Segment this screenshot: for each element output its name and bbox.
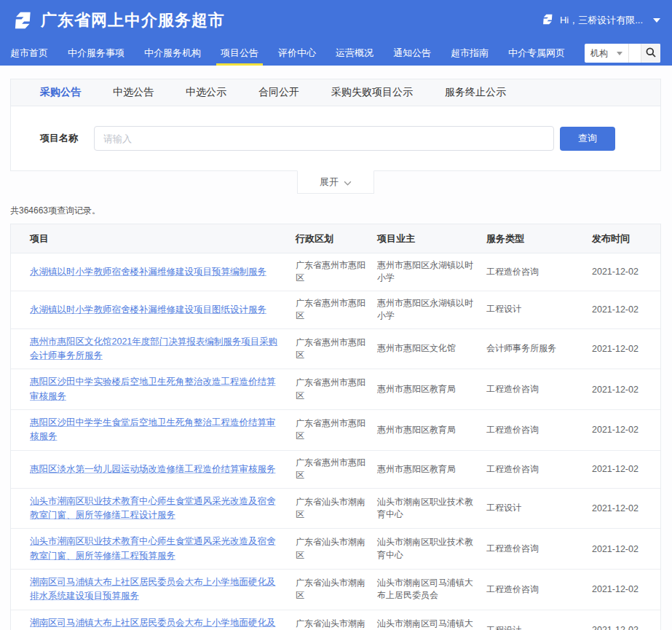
nav-search-button[interactable] <box>641 44 660 63</box>
owner-cell: 汕头市潮南区司马浦镇大布上居民委员会 <box>377 618 486 630</box>
region-cell: 广东省汕头市潮南区 <box>296 536 377 562</box>
search-icon <box>645 47 657 60</box>
project-cell: 潮南区司马浦镇大布上社区居民委员会大布上小学地面硬化及排水系统建设项目预算服务 <box>30 575 296 604</box>
project-link[interactable]: 惠阳区沙田中学实验楼后空地卫生死角整治改造工程造价结算审核服务 <box>30 375 296 403</box>
project-link[interactable]: 潮南区司马浦镇大布上社区居民委员会大布上小学地面硬化及排水系统建设项目施工图纸设… <box>30 616 296 630</box>
column-header-1: 行政区划 <box>296 232 377 245</box>
table-row: 汕头市潮南区职业技术教育中心师生食堂通风采光改造及宿舍教室门窗、厕所等修缮工程设… <box>11 489 660 529</box>
results-table: 项目行政区划项目业主服务类型发布时间 永湖镇以时小学教师宿舍楼补漏维修建设项目预… <box>10 224 661 630</box>
column-header-0: 项目 <box>30 232 296 245</box>
tab-5[interactable]: 服务终止公示 <box>445 86 506 99</box>
project-cell: 潮南区司马浦镇大布上社区居民委员会大布上小学地面硬化及排水系统建设项目施工图纸设… <box>30 616 296 630</box>
project-cell: 汕头市潮南区职业技术教育中心师生食堂通风采光改造及宿舍教室门窗、厕所等修缮工程预… <box>30 535 296 563</box>
user-greeting: Hi，三桥设计有限... <box>560 14 643 27</box>
project-link[interactable]: 永湖镇以时小学教师宿舍楼补漏维修建设项目预算编制服务 <box>30 265 278 279</box>
publish-date-cell: 2021-12-02 <box>592 385 655 395</box>
region-cell: 广东省惠州市惠阳区 <box>296 297 377 323</box>
nav-item-0[interactable]: 超市首页 <box>10 41 48 66</box>
project-link[interactable]: 永湖镇以时小学教师宿舍楼补漏维修建设项目图纸设计服务 <box>30 303 278 317</box>
main-content: 采购公告中选公告中选公示合同公开采购失败项目公示服务终止公示 项目名称 查询 展… <box>0 79 672 630</box>
project-cell: 永湖镇以时小学教师宿舍楼补漏维修建设项目预算编制服务 <box>30 264 296 279</box>
tab-3[interactable]: 合同公开 <box>258 86 299 99</box>
region-cell: 广东省惠州市惠阳区 <box>296 377 377 402</box>
nav-item-7[interactable]: 超市指南 <box>451 41 489 66</box>
region-cell: 广东省惠州市惠阳区 <box>296 259 377 285</box>
owner-cell: 汕头市潮南区司马浦镇大布上居民委员会 <box>377 577 486 602</box>
chevron-down-icon <box>344 177 352 188</box>
tab-4[interactable]: 采购失败项目公示 <box>331 86 413 99</box>
table-body: 永湖镇以时小学教师宿舍楼补漏维修建设项目预算编制服务广东省惠州市惠阳区惠州市惠阳… <box>11 253 660 630</box>
publish-date-cell: 2021-12-02 <box>592 584 655 594</box>
result-count-text: 共364663项查询记录。 <box>10 205 661 217</box>
nav-item-3[interactable]: 项目公告 <box>221 41 258 66</box>
nav-item-4[interactable]: 评价中心 <box>278 41 316 66</box>
project-cell: 永湖镇以时小学教师宿舍楼补漏维修建设项目图纸设计服务 <box>30 302 296 317</box>
nav-item-5[interactable]: 运营概况 <box>336 41 373 66</box>
user-menu[interactable]: Hi，三桥设计有限... <box>540 12 660 28</box>
project-cell: 惠阳区沙田中学实验楼后空地卫生死角整治改造工程造价结算审核服务 <box>30 375 296 403</box>
project-link[interactable]: 潮南区司马浦镇大布上社区居民委员会大布上小学地面硬化及排水系统建设项目预算服务 <box>30 575 296 604</box>
project-link[interactable]: 惠州市惠阳区文化馆2021年度部门决算报表编制服务项目采购会计师事务所服务 <box>30 335 296 363</box>
owner-cell: 汕头市潮南区职业技术教育中心 <box>377 496 486 521</box>
service-type-cell: 工程造价咨询 <box>486 463 592 476</box>
expand-button[interactable]: 展开 <box>297 170 374 194</box>
publish-date-cell: 2021-12-02 <box>592 544 655 554</box>
table-row: 惠阳区淡水第一幼儿园运动场改造修缮工程造价结算审核服务广东省惠州市惠阳区惠州市惠… <box>11 451 660 489</box>
project-link[interactable]: 汕头市潮南区职业技术教育中心师生食堂通风采光改造及宿舍教室门窗、厕所等修缮工程预… <box>30 535 296 563</box>
notice-tabs: 采购公告中选公告中选公示合同公开采购失败项目公示服务终止公示 <box>11 79 660 106</box>
owner-cell: 惠州市惠阳区永湖镇以时小学 <box>377 259 486 285</box>
table-row: 汕头市潮南区职业技术教育中心师生食堂通风采光改造及宿舍教室门窗、厕所等修缮工程预… <box>11 529 660 570</box>
owner-cell: 惠州市惠阳区永湖镇以时小学 <box>377 297 486 323</box>
publish-date-cell: 2021-12-02 <box>592 425 655 435</box>
nav-search-input[interactable] <box>629 44 641 63</box>
service-type-cell: 工程造价咨询 <box>486 424 592 436</box>
nav-item-2[interactable]: 中介服务机构 <box>144 41 201 66</box>
project-cell: 惠阳区沙田中学学生食堂后空地卫生死角整治工程造价结算审核服务 <box>30 416 296 444</box>
project-name-label: 项目名称 <box>40 132 78 145</box>
region-cell: 广东省惠州市惠阳区 <box>296 457 377 482</box>
service-type-cell: 工程设计 <box>486 502 592 514</box>
table-row: 永湖镇以时小学教师宿舍楼补漏维修建设项目预算编制服务广东省惠州市惠阳区惠州市惠阳… <box>11 253 660 291</box>
expand-label: 展开 <box>320 176 339 189</box>
project-name-input[interactable] <box>94 126 554 151</box>
search-category-select[interactable]: 机构 <box>585 44 629 63</box>
region-cell: 广东省汕头市潮南区 <box>296 577 377 602</box>
table-row: 永湖镇以时小学教师宿舍楼补漏维修建设项目图纸设计服务广东省惠州市惠阳区惠州市惠阳… <box>11 291 660 329</box>
owner-cell: 惠州市惠阳区文化馆 <box>377 342 486 355</box>
publish-date-cell: 2021-12-02 <box>592 503 655 513</box>
site-logo-icon <box>10 9 33 32</box>
nav-item-6[interactable]: 通知公告 <box>393 41 431 66</box>
project-cell: 惠阳区淡水第一幼儿园运动场改造修缮工程造价结算审核服务 <box>30 462 296 476</box>
owner-cell: 惠州市惠阳区教育局 <box>377 424 486 436</box>
table-row: 惠州市惠阳区文化馆2021年度部门决算报表编制服务项目采购会计师事务所服务广东省… <box>11 329 660 370</box>
project-link[interactable]: 惠阳区淡水第一幼儿园运动场改造修缮工程造价结算审核服务 <box>30 462 288 476</box>
project-cell: 惠州市惠阳区文化馆2021年度部门决算报表编制服务项目采购会计师事务所服务 <box>30 335 296 363</box>
chevron-down-icon <box>617 52 622 55</box>
expand-wrap: 展开 <box>10 171 661 194</box>
owner-cell: 惠州市惠阳区教育局 <box>377 463 486 476</box>
owner-cell: 惠州市惠阳区教育局 <box>377 383 486 395</box>
region-cell: 广东省惠州市惠阳区 <box>296 417 377 443</box>
nav-search-group: 机构 <box>585 44 660 63</box>
tab-2[interactable]: 中选公示 <box>186 86 226 99</box>
nav-item-1[interactable]: 中介服务事项 <box>68 41 124 66</box>
service-type-cell: 会计师事务所服务 <box>486 342 592 355</box>
table-row: 惠阳区沙田中学学生食堂后空地卫生死角整治工程造价结算审核服务广东省惠州市惠阳区惠… <box>11 410 660 451</box>
region-cell: 广东省汕头市潮南区 <box>296 618 377 630</box>
project-link[interactable]: 惠阳区沙田中学学生食堂后空地卫生死角整治工程造价结算审核服务 <box>30 416 296 444</box>
header-row: 广东省网上中介服务超市 Hi，三桥设计有限... <box>0 0 672 41</box>
query-button[interactable]: 查询 <box>560 127 615 151</box>
publish-date-cell: 2021-12-02 <box>592 267 655 277</box>
service-type-cell: 工程设计 <box>486 303 592 315</box>
tab-0[interactable]: 采购公告 <box>40 86 81 99</box>
publish-date-cell: 2021-12-02 <box>592 464 655 474</box>
table-row: 惠阳区沙田中学实验楼后空地卫生死角整治改造工程造价结算审核服务广东省惠州市惠阳区… <box>11 369 660 410</box>
nav-item-8[interactable]: 中介专属网页 <box>508 41 565 66</box>
site-brand[interactable]: 广东省网上中介服务超市 <box>10 9 225 32</box>
service-type-cell: 工程造价咨询 <box>486 266 592 278</box>
project-link[interactable]: 汕头市潮南区职业技术教育中心师生食堂通风采光改造及宿舍教室门窗、厕所等修缮工程设… <box>30 495 296 523</box>
column-header-2: 项目业主 <box>377 232 486 245</box>
tab-1[interactable]: 中选公告 <box>113 86 154 99</box>
user-caret-icon <box>653 18 660 23</box>
publish-date-cell: 2021-12-02 <box>592 625 655 630</box>
